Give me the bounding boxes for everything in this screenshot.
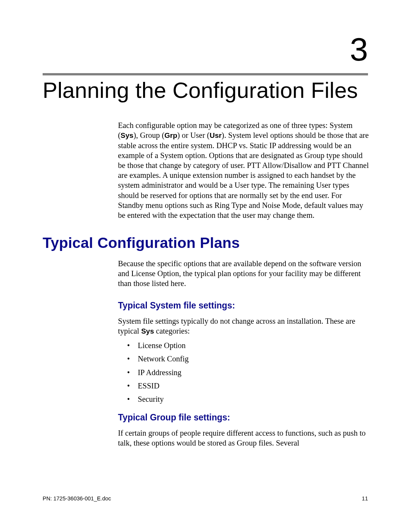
- subheading-group: Typical Group file settings:: [118, 412, 230, 423]
- system-paragraph: System file settings typically do not ch…: [118, 316, 369, 336]
- list-item: IP Addressing: [129, 366, 365, 379]
- grp-abbrev: Grp: [164, 131, 177, 139]
- sys-abbrev: Sys: [121, 131, 134, 139]
- list-item: Security: [129, 393, 365, 406]
- list-item: ESSID: [129, 379, 365, 393]
- intro-text-4: ). System level options should be those …: [118, 131, 369, 219]
- footer-part-number: PN: 1725-36036-001_E.doc: [43, 495, 111, 502]
- intro-text-3: ) or User (: [177, 131, 210, 139]
- intro-paragraph: Each configurable option may be categori…: [118, 120, 369, 220]
- chapter-number: 3: [350, 30, 368, 68]
- group-paragraph: If certain groups of people require diff…: [118, 428, 369, 448]
- usr-abbrev: Usr: [210, 131, 222, 139]
- list-item: Network Config: [129, 352, 365, 366]
- list-item: License Option: [129, 339, 365, 352]
- chapter-title: Planning the Configuration Files: [43, 77, 358, 103]
- section-heading-plans: Typical Configuration Plans: [43, 235, 240, 251]
- plans-intro-paragraph: Because the specific options that are av…: [118, 259, 369, 289]
- intro-text-2: ), Group (: [134, 131, 164, 139]
- horizontal-rule: [43, 73, 368, 75]
- system-list: License Option Network Config IP Address…: [129, 339, 365, 406]
- sys-abbrev-2: Sys: [141, 327, 154, 335]
- page: 3 Planning the Configuration Files Each …: [0, 0, 411, 532]
- subheading-system: Typical System file settings:: [118, 300, 235, 311]
- system-para-b: categories:: [154, 327, 190, 335]
- footer-page-number: 11: [362, 495, 368, 502]
